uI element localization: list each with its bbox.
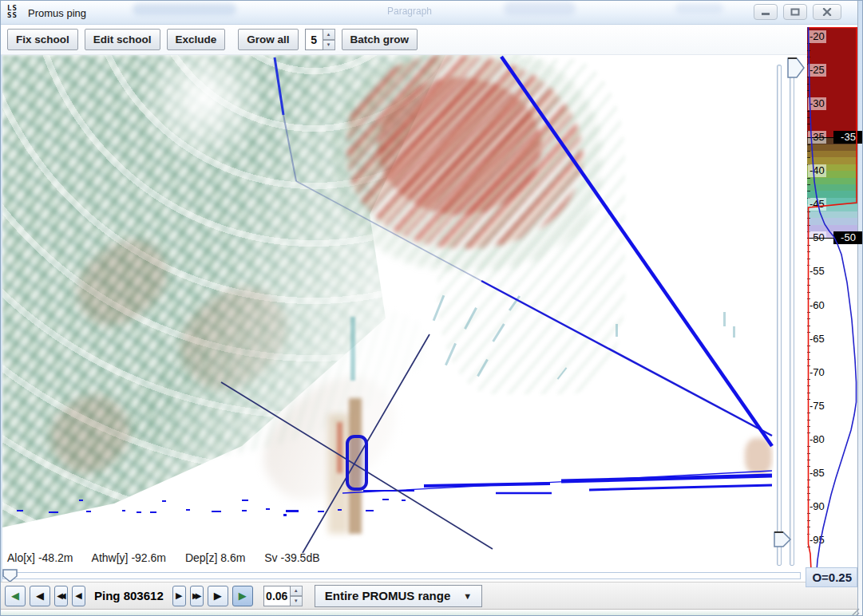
step-down-button[interactable]: ▼: [291, 596, 303, 606]
status-alongship: Alo[x] -48.2m: [7, 551, 73, 564]
bottom-echo-line: [342, 471, 772, 493]
sv-histogram-line: [809, 27, 857, 571]
range-selector-dropdown[interactable]: Entire PROMUS range ▼: [315, 585, 482, 607]
school-marker[interactable]: [347, 436, 366, 489]
ping-navigation-toolbar: ◀ ◀ ◀◀ ◀ Ping 803612 ▶ ▶▶ ▶ ▶ 0.06 ▲ ▼ E…: [1, 582, 857, 610]
maximize-button[interactable]: [783, 4, 807, 20]
resize-grip-icon[interactable]: [849, 606, 860, 615]
ping-position-slider: [1, 569, 806, 582]
ping-position-slider-track[interactable]: [2, 572, 801, 579]
status-athwartship: Athw[y] -92.6m: [92, 551, 166, 564]
dropdown-arrow-icon: ▼: [463, 591, 472, 601]
minimize-icon: [761, 8, 770, 16]
fix-school-button[interactable]: Fix school: [7, 29, 78, 50]
spinner-down-icon: ▼: [294, 598, 299, 603]
status-depth: Dep[z] 8.6m: [185, 551, 245, 564]
spinner-up-icon: ▲: [327, 32, 331, 37]
promus-ping-window: Paragraph LS SS Promus ping: [0, 0, 863, 616]
prev-ping-button[interactable]: ◀: [72, 586, 85, 606]
beam-axis-line: [481, 281, 772, 436]
edit-school-button[interactable]: Edit school: [85, 29, 160, 50]
grow-count-up-button[interactable]: ▲: [323, 29, 335, 40]
sonar-view[interactable]: Alo[x] -48.2m Athw[y] -92.6m Dep[z] 8.6m…: [2, 55, 774, 569]
beam-boundary-line: [275, 57, 283, 115]
exclude-button[interactable]: Exclude: [167, 29, 226, 50]
lower-threshold-slider-track[interactable]: [777, 65, 782, 566]
prev-page-button[interactable]: ◀: [30, 586, 50, 606]
overlap-value: O=0.25: [806, 567, 857, 587]
colorbar[interactable]: -20-25-30-35-40-45-50-55-60-65-70-75-80-…: [807, 27, 857, 571]
bottom-echo-dash: [561, 476, 772, 481]
next-ping-button[interactable]: ▶: [172, 586, 186, 606]
titlebar-glass-reflection: [504, 2, 576, 15]
step-spinner: 0.06 ▲ ▼: [263, 586, 303, 606]
maximize-icon: [790, 8, 800, 16]
grow-count-field[interactable]: 5: [305, 29, 323, 50]
titlebar-ghost-text: Paragraph: [387, 6, 432, 17]
prev-ping-icon: ◀: [75, 590, 81, 601]
colorbar-curves: [807, 27, 863, 571]
minimize-button[interactable]: [754, 4, 778, 20]
spinner-up-icon: ▲: [294, 588, 299, 593]
titlebar-glass-reflection: [675, 3, 723, 14]
prev-school-icon: ◀: [11, 590, 19, 602]
threshold-slider-panel: [774, 55, 807, 569]
next-ping-icon: ▶: [176, 590, 182, 601]
prev-school-button[interactable]: ◀: [5, 586, 26, 606]
window-controls: [754, 4, 841, 20]
upper-threshold-slider-thumb[interactable]: [787, 57, 806, 82]
window-bottom-border: [1, 610, 857, 616]
window-title: Promus ping: [28, 7, 86, 19]
step-value-field[interactable]: 0.06: [263, 586, 291, 606]
step-up-button[interactable]: ▲: [291, 586, 303, 596]
next-page-icon: ▶: [214, 590, 222, 602]
beam-axis-line: [296, 181, 481, 281]
next-school-button[interactable]: ▶: [232, 586, 253, 606]
grow-count-spinner: 5 ▲ ▼: [305, 29, 335, 50]
prev-fast-icon: ◀◀: [57, 591, 62, 600]
bottom-detection-dashes: [17, 499, 406, 516]
range-selector-value: Entire PROMUS range: [325, 589, 451, 602]
lower-threshold-slider-thumb[interactable]: [774, 531, 792, 551]
beam-boundary-line: [283, 115, 296, 181]
titlebar-glass-reflection: [133, 3, 236, 15]
ping-number-label: Ping 803612: [94, 589, 164, 602]
next-fast-button[interactable]: ▶▶: [190, 586, 204, 606]
beam-boundary-thick-line: [501, 57, 772, 446]
upper-threshold-slider-track[interactable]: [790, 65, 794, 566]
batch-grow-button[interactable]: Batch grow: [342, 29, 418, 50]
next-page-button[interactable]: ▶: [208, 586, 228, 606]
cursor-status-line: Alo[x] -48.2m Athw[y] -92.6m Dep[z] 8.6m…: [7, 551, 336, 564]
status-sv: Sv -39.5dB: [264, 551, 319, 564]
next-fast-icon: ▶▶: [192, 591, 198, 600]
sonar-overlay-lines: [2, 55, 774, 569]
prev-page-icon: ◀: [36, 590, 44, 602]
school-toolbar: Fix school Edit school Exclude Grow all …: [1, 25, 857, 55]
title-bar: Paragraph LS SS Promus ping: [1, 1, 857, 25]
grow-all-button[interactable]: Grow all: [238, 29, 298, 50]
close-button[interactable]: [813, 4, 841, 20]
prev-fast-button[interactable]: ◀◀: [54, 586, 68, 606]
next-school-icon: ▶: [239, 590, 247, 602]
bottom-echo-dash: [424, 484, 550, 486]
bottom-echo-dash: [589, 485, 772, 490]
lsss-logo-icon: LS SS: [7, 5, 18, 19]
grow-count-down-button[interactable]: ▼: [323, 40, 335, 51]
spinner-down-icon: ▼: [327, 42, 331, 47]
close-icon: [822, 8, 832, 16]
